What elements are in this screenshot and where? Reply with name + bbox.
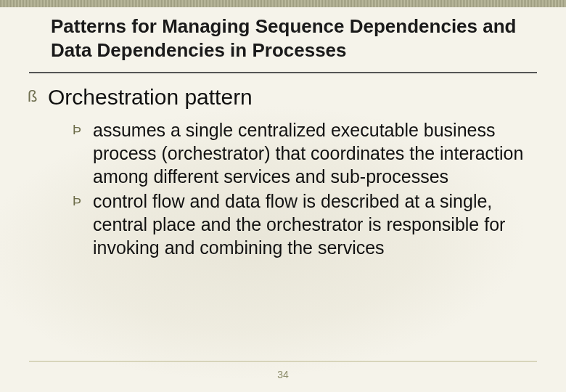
footer-rule (29, 361, 537, 362)
title-block: Patterns for Managing Sequence Dependenc… (0, 0, 566, 68)
bullet-level1: ß Orchestration pattern (28, 83, 538, 111)
bullet-level2: Þ assumes a single centralized executabl… (73, 118, 538, 188)
bullet-level2: Þ control flow and data flow is describe… (73, 189, 538, 259)
bullet-glyph-level2: Þ (73, 118, 93, 139)
top-decor-stripe (0, 0, 566, 7)
bullet-text-level1: Orchestration pattern (48, 83, 253, 111)
slide-container: Patterns for Managing Sequence Dependenc… (0, 0, 566, 392)
bullet-text-level2: control flow and data flow is described … (93, 189, 538, 259)
sub-bullets-wrap: Þ assumes a single centralized executabl… (73, 118, 538, 259)
bullet-glyph-level2: Þ (73, 189, 93, 210)
bullet-glyph-level1: ß (28, 83, 48, 107)
content-area: ß Orchestration pattern Þ assumes a sing… (0, 73, 566, 259)
bullet-text-level2: assumes a single centralized executable … (93, 118, 538, 188)
page-number: 34 (0, 369, 566, 380)
slide-title: Patterns for Managing Sequence Dependenc… (51, 15, 537, 62)
